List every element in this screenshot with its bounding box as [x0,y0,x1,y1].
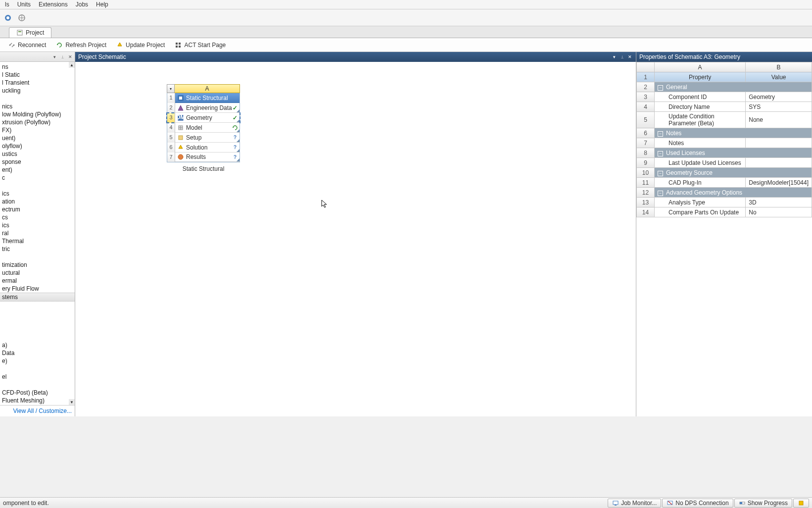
reconnect-button[interactable]: Reconnect [4,40,50,51]
property-value[interactable]: 3D [746,198,812,207]
menu-extensions[interactable]: Extensions [35,0,72,9]
toolbox-item[interactable]: ustics [0,150,75,158]
cell-corner-handle[interactable] [237,149,239,152]
cell-content[interactable]: Results? [175,152,239,162]
cell-corner-handle[interactable] [237,129,239,132]
view-all-customize-link[interactable]: View All / Customize... [13,407,72,414]
toolbox-item[interactable]: e) [0,357,75,365]
cell-corner-handle[interactable] [237,109,239,112]
props-group-notes[interactable]: −Notes [655,128,812,138]
menu-help[interactable]: Help [92,0,112,9]
property-value[interactable]: None [746,112,812,128]
property-value[interactable]: Geometry [746,92,812,102]
toolbox-item[interactable]: ics [0,190,75,198]
system-caption[interactable]: Static Structural [167,165,240,172]
toolbox-close-icon[interactable]: ✕ [67,53,74,60]
toolbox-item[interactable]: c [0,174,75,182]
collapse-icon[interactable]: − [658,85,663,91]
toolbox-item[interactable]: ns [0,63,75,71]
toolbox-item[interactable]: a) [0,341,75,349]
menu-tools[interactable]: ls [1,0,13,9]
schematic-close-icon[interactable]: ✕ [627,54,633,60]
toolbox-item[interactable]: ral [0,229,75,237]
toolbox-item[interactable]: ent) [0,166,75,174]
toolbox-item[interactable]: l Transient [0,79,75,87]
update-project-button[interactable]: Update Project [112,40,169,51]
property-value[interactable] [746,158,812,168]
app-icon[interactable] [3,13,13,23]
refresh-project-button[interactable]: Refresh Project [51,40,111,51]
system-cell-geometry[interactable]: 3DMGeometry✓ [167,113,240,123]
toolbox-item[interactable]: Thermal [0,237,75,245]
cell-corner-handle[interactable] [237,158,239,161]
toolbox-item[interactable]: Fluent Meshing) [0,397,75,405]
toolbox-item[interactable]: ermal [0,277,75,285]
system-cell-results[interactable]: 7Results? [167,152,240,162]
system-cell-solution[interactable]: 6Solution? [167,143,240,152]
props-group-used-licenses[interactable]: −Used Licenses [655,148,812,158]
dps-connection-button[interactable]: No DPS Connection [662,499,733,508]
toolbox-item[interactable]: ation [0,198,75,205]
toolbox-item[interactable]: stems [0,293,75,302]
cell-content[interactable]: Setup? [175,133,239,143]
system-cell-model[interactable]: 4Model [167,123,240,133]
globe-icon[interactable] [17,13,27,23]
collapse-icon[interactable]: − [658,191,663,196]
cell-content[interactable]: Engineering Data✓ [175,103,239,113]
cell-content[interactable]: Solution? [175,143,239,152]
system-cell-static-structural[interactable]: 1Static Structural [167,93,240,103]
collapse-icon[interactable]: − [658,151,663,156]
property-value[interactable]: No [746,207,812,217]
toolbox-item[interactable]: xtrusion (Polyflow) [0,118,75,126]
cell-content[interactable]: Model [175,123,239,133]
toolbox-item[interactable]: nics [0,102,75,110]
toolbox-item[interactable]: ery Fluid Flow [0,285,75,293]
toolbox-item[interactable]: l Static [0,71,75,79]
toolbox-item[interactable]: Data [0,349,75,357]
toolbox-item[interactable]: CFD-Post) (Beta) [0,389,75,397]
schematic-dropdown-icon[interactable]: ▾ [611,54,617,60]
toolbox-item[interactable]: ics [0,221,75,229]
system-cell-engineering-data[interactable]: 2Engineering Data✓ [167,103,240,113]
toolbox-dropdown-icon[interactable]: ▾ [51,53,58,60]
toolbox-item[interactable]: FX) [0,126,75,134]
cell-content[interactable]: DMGeometry✓ [175,113,239,123]
toolbox-item[interactable]: uckling [0,87,75,95]
props-group-geometry-source[interactable]: −Geometry Source [655,168,812,178]
toolbox-item[interactable]: ectrum [0,205,75,213]
system-menu-button[interactable]: ▾ [167,84,175,93]
scroll-down-icon[interactable]: ▼ [69,399,75,405]
props-group-advanced-geometry-options[interactable]: −Advanced Geometry Options [655,188,812,198]
property-value[interactable]: DesignModeler[15044] [746,178,812,188]
system-cell-setup[interactable]: 5Setup? [167,133,240,143]
toolbox-item[interactable]: olyflow) [0,142,75,150]
collapse-icon[interactable]: − [658,171,663,176]
toolbox-pin-icon[interactable]: ⟂ [59,53,66,60]
menu-units[interactable]: Units [13,0,35,9]
toolbox-item[interactable]: low Molding (Polyflow) [0,110,75,118]
toolbox-item[interactable]: timization [0,261,75,269]
collapse-icon[interactable]: − [658,131,663,137]
props-corner-cell [637,62,655,72]
cell-corner-handle[interactable] [237,139,239,142]
toolbox-item[interactable]: cs [0,213,75,221]
toolbox-item[interactable]: el [0,373,75,381]
toolbox-item[interactable]: uent) [0,134,75,142]
status-extra-button[interactable] [793,499,809,508]
menu-jobs[interactable]: Jobs [72,0,92,9]
cell-corner-handle[interactable] [237,119,239,122]
cell-content[interactable]: Static Structural [175,93,239,103]
property-value[interactable]: SYS [746,102,812,112]
tab-project[interactable]: Project [9,27,51,38]
show-progress-button[interactable]: Show Progress [734,499,792,508]
property-value[interactable] [746,138,812,148]
schematic-canvas[interactable]: ▾ A 1Static Structural2Engineering Data✓… [75,62,636,416]
job-monitor-button[interactable]: Job Monitor... [608,499,661,508]
schematic-pin-icon[interactable]: ⟂ [619,54,625,60]
toolbox-item[interactable]: tric [0,245,75,253]
scroll-up-icon[interactable]: ▲ [69,62,75,68]
act-start-page-button[interactable]: ACT Start Page [170,40,230,51]
toolbox-item[interactable]: sponse [0,158,75,166]
toolbox-item[interactable]: uctural [0,269,75,277]
props-group-general[interactable]: −General [655,82,812,92]
